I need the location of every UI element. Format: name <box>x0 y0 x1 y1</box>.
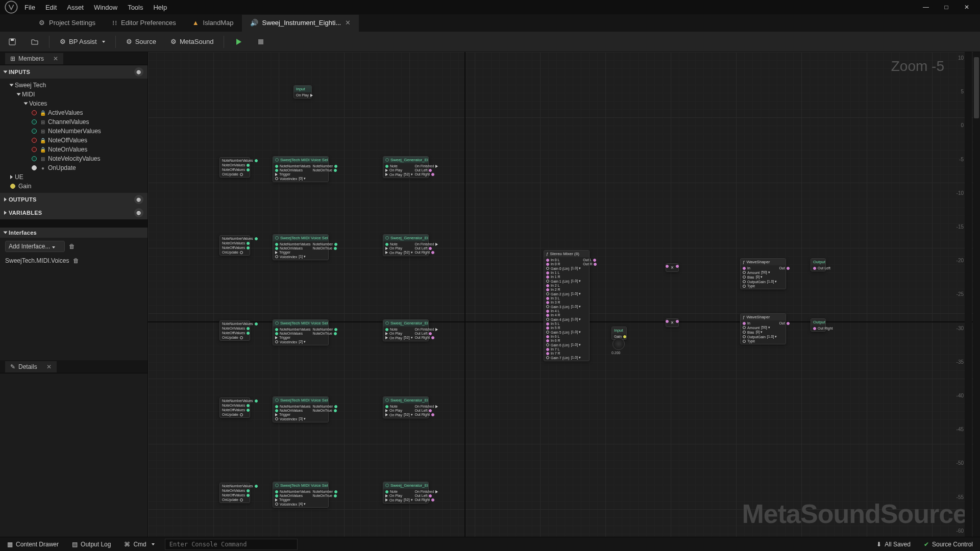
tree-group-voices[interactable]: Voices <box>0 99 148 108</box>
node-output-left[interactable]: Output Out Left <box>811 258 826 271</box>
log-icon: ▤ <box>72 541 78 548</box>
tab-close-icon[interactable]: ✕ <box>345 19 351 27</box>
document-tabbar: ⚙ Project Settings ⫶⫶ Editor Preferences… <box>0 14 980 32</box>
node-voice-select[interactable]: ⬡SweejTech MIDI Voice Select SingleNoteN… <box>273 396 329 422</box>
node-generator[interactable]: ⬡Sweej_Generator_Eighties_MIDINoteOn Pla… <box>383 234 429 256</box>
trash-icon[interactable]: 🗑 <box>72 256 80 265</box>
node-generator[interactable]: ⬡Sweej_Generator_Eighties_MIDINoteOn Pla… <box>383 482 429 504</box>
tree-item-activevalues[interactable]: 🔒ActiveValues <box>0 108 148 117</box>
source-button[interactable]: ⚙ Source <box>122 36 160 47</box>
tree-label: NoteOnValues <box>48 146 87 153</box>
node-generator[interactable]: ⬡Sweej_Generator_Eighties_MIDINoteOn Pla… <box>383 319 429 341</box>
menubar: File Edit Asset Window Tools Help <box>24 4 917 11</box>
save-button[interactable] <box>4 36 20 48</box>
node-reroute-pins[interactable]: NoteNumberValuesNoteOnValuesNoteOffValue… <box>219 320 250 341</box>
meter-bar-left <box>965 52 972 537</box>
node-voice-select[interactable]: ⬡SweejTech MIDI Voice Select SingleNoteN… <box>273 482 329 508</box>
variables-section-header[interactable]: VARIABLES ⊕ <box>0 206 148 219</box>
node-output-right[interactable]: Output Out Right <box>811 318 826 332</box>
lock-icon: 🔒 <box>40 137 46 143</box>
details-tab[interactable]: ✎ Details ✕ <box>5 361 57 372</box>
all-saved-indicator[interactable]: ⬇All Saved <box>873 539 914 549</box>
node-reroute-pins[interactable]: NoteNumberValues NoteOnValues NoteOffVal… <box>219 157 250 178</box>
node-input-onplay[interactable]: Input On Play <box>293 85 312 98</box>
trash-icon[interactable]: 🗑 <box>68 242 76 251</box>
content-drawer-button[interactable]: ▦Content Drawer <box>4 539 62 549</box>
gain-knob[interactable] <box>612 338 625 350</box>
tree-item-onupdate[interactable]: ●OnUpdate <box>0 163 148 172</box>
node-reroute-pins[interactable]: NoteNumberValuesNoteOnValuesNoteOffValue… <box>219 235 250 256</box>
tab-project-settings[interactable]: ⚙ Project Settings <box>31 15 104 32</box>
menu-tools[interactable]: Tools <box>128 4 143 11</box>
output-log-button[interactable]: ▤Output Log <box>69 539 114 549</box>
tab-editor-preferences[interactable]: ⫶⫶ Editor Preferences <box>104 15 184 32</box>
node-stereo-mixer[interactable]: ƒStereo Mixer (8) In 0 LIn 0 RGain 0 (Li… <box>544 250 590 361</box>
menu-window[interactable]: Window <box>94 4 117 11</box>
menu-help[interactable]: Help <box>153 4 167 11</box>
gear-icon: ⚙ <box>60 38 66 45</box>
disclosure-icon <box>4 211 7 215</box>
menu-edit[interactable]: Edit <box>45 4 57 11</box>
node-generator[interactable]: ⬡Sweej_Generator_Eighties_MIDINoteOn Pla… <box>383 396 429 418</box>
node-voice-select[interactable]: ⬡SweejTech MIDI Voice Select SingleNoteN… <box>273 234 329 260</box>
members-tab[interactable]: ⊞ Members ✕ <box>5 53 63 64</box>
node-waveshaper[interactable]: ƒWaveShaper In Amount[50] ▾ Bias[0] ▾ Ou… <box>740 258 786 289</box>
inputs-section-header[interactable]: INPUTS ⊕ <box>0 65 148 79</box>
node-header: Output <box>811 319 825 325</box>
node-reroute-pins[interactable]: NoteNumberValuesNoteOnValuesNoteOffValue… <box>219 483 250 503</box>
bp-assist-label: BP Assist <box>69 38 97 45</box>
node-multiply[interactable]: × <box>666 263 679 272</box>
metasound-button[interactable]: ⚙ MetaSound <box>166 36 218 47</box>
node-voice-select[interactable]: ⬡SweejTech MIDI Voice Select SingleNoteN… <box>273 319 329 345</box>
browse-button[interactable] <box>27 36 43 48</box>
tree-label: ChannelValues <box>48 118 89 126</box>
add-output-button[interactable]: ⊕ <box>134 195 143 204</box>
node-multiply[interactable]: × <box>666 318 679 327</box>
interface-row[interactable]: SweejTech.MIDI.Voices 🗑 <box>5 255 142 266</box>
stop-button[interactable] <box>253 36 269 48</box>
maximize-button[interactable]: □ <box>937 1 955 13</box>
node-waveshaper[interactable]: ƒWaveShaper In Amount[50] ▾ Bias[0] ▾ Ou… <box>740 313 786 344</box>
node-voice-select[interactable]: ⬡SweejTech MIDI Voice Select Single Note… <box>273 156 329 182</box>
inputs-label: INPUTS <box>9 69 30 75</box>
close-icon[interactable]: ✕ <box>40 363 52 370</box>
add-variable-button[interactable]: ⊕ <box>134 208 143 217</box>
tab-islandmap[interactable]: ▲ IslandMap <box>184 15 242 32</box>
tree-group-sweejtech[interactable]: Sweej Tech <box>0 81 148 90</box>
source-control-button[interactable]: ✔Source Control <box>921 539 976 549</box>
play-button[interactable] <box>230 36 247 48</box>
pin-icon <box>32 119 37 124</box>
menu-file[interactable]: File <box>24 4 35 11</box>
node-header: Input <box>612 327 626 334</box>
outputs-section-header[interactable]: OUTPUTS ⊕ <box>0 193 148 206</box>
node-reroute-pins[interactable]: NoteNumberValuesNoteOnValuesNoteOffValue… <box>219 397 250 418</box>
bp-assist-button[interactable]: ⚙ BP Assist <box>56 36 109 47</box>
tree-item-noteoffvalues[interactable]: 🔒NoteOffValues <box>0 136 148 145</box>
interfaces-section-header[interactable]: Interfaces <box>0 228 148 238</box>
add-interface-select[interactable]: Add Interface... <box>5 241 65 252</box>
tree-item-notenumbervalues[interactable]: ⊞NoteNumberValues <box>0 127 148 136</box>
interfaces-label: Interfaces <box>9 230 37 236</box>
add-input-button[interactable]: ⊕ <box>134 67 143 77</box>
tree-group-midi[interactable]: MIDI <box>0 90 148 99</box>
minimize-button[interactable]: — <box>917 1 935 13</box>
node-graph[interactable]: Zoom -5 MetaSoundSource <box>148 52 980 537</box>
tree-item-notevelocityvalues[interactable]: ⊞NoteVelocityValues <box>0 154 148 163</box>
scrollbar-thumb[interactable] <box>974 57 979 118</box>
tree-item-noteonvalues[interactable]: 🔒NoteOnValues <box>0 145 148 154</box>
close-button[interactable]: ✕ <box>958 1 976 13</box>
tree-label: Sweej Tech <box>15 82 46 89</box>
tab-metasound-asset[interactable]: 🔊 Sweej_Instrument_Eighti... ✕ <box>242 15 359 32</box>
tree-item-channelvalues[interactable]: ⊞ChannelValues <box>0 117 148 127</box>
chevron-down-icon <box>52 246 55 248</box>
lock-icon: 🔒 <box>40 146 46 153</box>
tab-label: Editor Preferences <box>121 19 176 27</box>
menu-asset[interactable]: Asset <box>67 4 84 11</box>
disclosure-icon <box>4 197 7 202</box>
node-generator[interactable]: ⬡Sweej_Generator_Eighties_MIDI Note On P… <box>383 156 429 178</box>
cmd-button[interactable]: ⌘Cmd <box>121 539 157 549</box>
close-icon[interactable]: ✕ <box>47 55 58 62</box>
tree-group-ue[interactable]: UE <box>0 172 148 182</box>
tree-item-gain[interactable]: Gain <box>0 182 148 191</box>
console-input[interactable] <box>165 539 298 550</box>
